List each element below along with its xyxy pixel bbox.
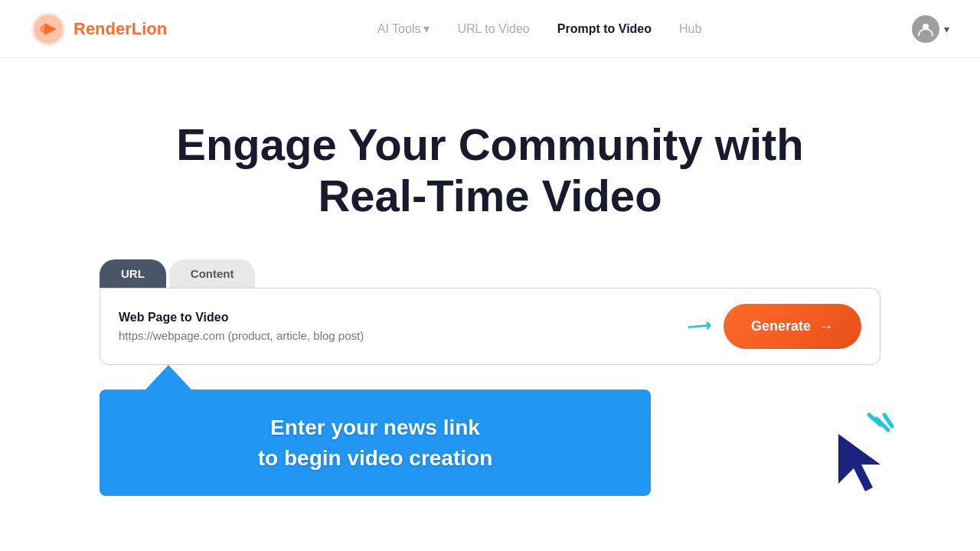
tab-bar: URL Content xyxy=(100,259,880,288)
header: RenderLion AI Tools ▾ URL to Video Promp… xyxy=(0,0,980,58)
nav-item-hub[interactable]: Hub xyxy=(679,22,701,36)
arrow-right-icon: → xyxy=(818,318,834,335)
cursor-decoration xyxy=(827,411,896,498)
nav-item-prompt-to-video[interactable]: Prompt to Video xyxy=(557,22,652,36)
user-avatar xyxy=(912,15,939,43)
nav-item-ai-tools[interactable]: AI Tools ▾ xyxy=(377,21,430,36)
callout-wrapper: Enter your news link to begin video crea… xyxy=(100,365,880,495)
logo-text: RenderLion xyxy=(74,19,167,39)
input-left: Web Page to Video xyxy=(119,311,687,343)
input-label: Web Page to Video xyxy=(119,311,687,324)
main-content: Engage Your Community with Real-Time Vid… xyxy=(0,58,980,496)
url-input[interactable] xyxy=(119,329,578,342)
logo[interactable]: RenderLion xyxy=(31,11,167,47)
deco-arrows: ⟶ xyxy=(686,316,712,338)
user-dropdown-arrow: ▾ xyxy=(944,23,949,35)
input-area: URL Content Web Page to Video ⟶ Generate… xyxy=(100,259,880,495)
tab-content[interactable]: Content xyxy=(169,259,256,288)
main-nav: AI Tools ▾ URL to Video Prompt to Video … xyxy=(377,21,702,36)
tab-url[interactable]: URL xyxy=(100,259,166,288)
svg-point-1 xyxy=(40,25,47,33)
generate-button[interactable]: Generate → xyxy=(724,304,861,349)
svg-line-4 xyxy=(884,415,892,426)
callout-arrow xyxy=(145,365,191,390)
callout-box: Enter your news link to begin video crea… xyxy=(100,390,651,495)
person-icon xyxy=(917,21,934,37)
callout-text: Enter your news link to begin video crea… xyxy=(130,412,620,472)
chevron-down-icon: ▾ xyxy=(423,21,430,36)
nav-item-url-to-video[interactable]: URL to Video xyxy=(457,22,529,36)
svg-marker-6 xyxy=(838,434,880,491)
input-box: Web Page to Video ⟶ Generate → xyxy=(100,288,880,365)
user-menu[interactable]: ▾ xyxy=(912,15,949,43)
cursor-icon xyxy=(827,411,896,495)
logo-icon xyxy=(31,11,66,47)
hero-title: Engage Your Community with Real-Time Vid… xyxy=(176,119,804,221)
